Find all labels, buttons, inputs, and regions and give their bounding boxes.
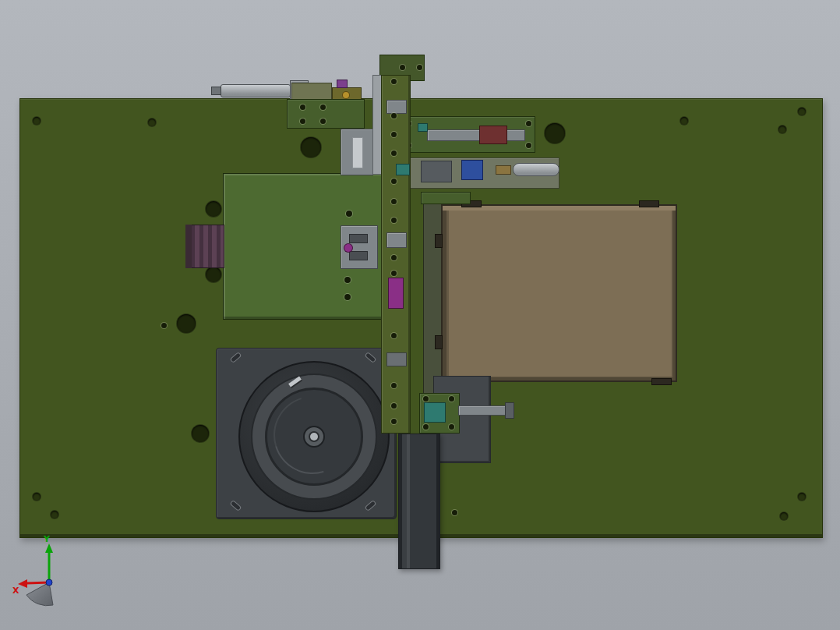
gripper-screw: [449, 396, 454, 402]
gripper-arm-tip: [505, 402, 514, 419]
linear-rail[interactable]: [427, 129, 525, 141]
y-axis-arrowhead: [45, 543, 53, 553]
bowl-hub: [303, 426, 325, 448]
bracket-screw: [417, 65, 422, 70]
teal-clip: [418, 123, 428, 132]
conveyor-bracket: [435, 335, 443, 349]
plate-screw: [300, 104, 305, 110]
column-screw: [391, 179, 397, 184]
feeder-slot: [365, 500, 377, 511]
column-block: [386, 352, 407, 366]
mounting-hole: [798, 493, 806, 501]
cylinder-base-plate[interactable]: [287, 99, 365, 129]
column-screw: [391, 403, 397, 409]
gripper-arm[interactable]: [458, 405, 506, 416]
x-axis-arrowhead: [18, 579, 27, 588]
column-screw: [391, 271, 397, 276]
column-screw: [391, 150, 397, 156]
box-screw: [344, 294, 351, 300]
column-screw: [391, 383, 397, 388]
mounting-hole: [51, 511, 58, 519]
mounting-hole: [33, 493, 41, 501]
side-cylinder[interactable]: [513, 163, 559, 176]
plate-screw: [526, 121, 531, 126]
plate-screw: [526, 143, 531, 148]
mounting-hole: [780, 512, 788, 520]
pneumatic-cylinder[interactable]: [221, 84, 291, 97]
column-screw: [391, 132, 397, 137]
bracket-notch: [349, 251, 368, 260]
through-hole: [177, 314, 196, 333]
bracket-notch: [349, 234, 368, 243]
conveyor-bracket: [651, 378, 672, 385]
column-magenta-block[interactable]: [388, 278, 404, 309]
blue-block[interactable]: [461, 160, 483, 180]
feeder-slot: [230, 352, 242, 363]
through-hole: [301, 137, 321, 158]
feeder-slot: [365, 352, 377, 363]
maroon-block[interactable]: [479, 126, 507, 144]
plate-screw: [161, 323, 167, 328]
through-hole: [192, 425, 209, 442]
conveyor-bracket: [435, 234, 443, 248]
purple-pin: [344, 244, 352, 252]
column-screw: [391, 218, 397, 223]
bracket-screw: [400, 65, 405, 70]
conveyor-bracket: [639, 200, 659, 207]
column-screw: [391, 79, 397, 84]
small-green-plate: [421, 192, 471, 204]
cylinder-fitting: [211, 87, 221, 95]
plate-screw: [320, 104, 326, 110]
feeder-slot: [230, 500, 242, 511]
plate-screw: [300, 119, 305, 124]
coupler: [496, 165, 511, 175]
orientation-triad: Y X: [11, 533, 86, 608]
discharge-belt[interactable]: [398, 434, 440, 569]
vibratory-bowl[interactable]: [238, 361, 390, 512]
column-block: [386, 232, 407, 248]
gripper-screw: [423, 424, 429, 430]
through-hole: [206, 267, 221, 282]
column-screw: [391, 333, 397, 338]
bowl-track: [265, 388, 363, 486]
mounting-hole: [148, 119, 156, 126]
linear-tool-column[interactable]: [381, 75, 411, 434]
mounting-hole: [778, 126, 786, 133]
column-screw: [391, 113, 397, 119]
cad-viewport[interactable]: Y X: [0, 0, 840, 630]
actuator-end-cap: [185, 225, 192, 268]
gold-screw: [343, 92, 349, 98]
through-hole: [206, 201, 221, 217]
plate-screw: [452, 510, 457, 515]
bowl-center-pin: [310, 433, 318, 441]
mounting-hole: [33, 117, 41, 125]
gripper-screw: [449, 424, 454, 430]
conveyor-platform[interactable]: [441, 204, 677, 382]
column-screw: [391, 255, 397, 260]
y-axis-label: Y: [43, 534, 51, 544]
purple-connector: [337, 80, 348, 88]
box-screw: [344, 277, 351, 283]
column-screw: [391, 199, 397, 204]
box-screw: [346, 211, 352, 217]
z-axis-indicator: [46, 579, 52, 586]
cylinder-mount: [291, 83, 332, 100]
mounting-hole: [680, 117, 688, 125]
through-hole: [545, 123, 565, 143]
mounting-hole: [798, 108, 806, 115]
x-axis-label: X: [12, 586, 19, 596]
gripper-screw: [423, 396, 429, 402]
gripper-teal-block[interactable]: [424, 402, 446, 423]
rail-carriage[interactable]: [421, 161, 452, 182]
bowl-rim: [251, 373, 377, 500]
column-teal-block: [396, 164, 410, 175]
plate-screw: [320, 119, 326, 124]
linear-slider[interactable]: [352, 137, 363, 168]
column-block: [386, 100, 407, 114]
column-screw: [391, 419, 397, 424]
